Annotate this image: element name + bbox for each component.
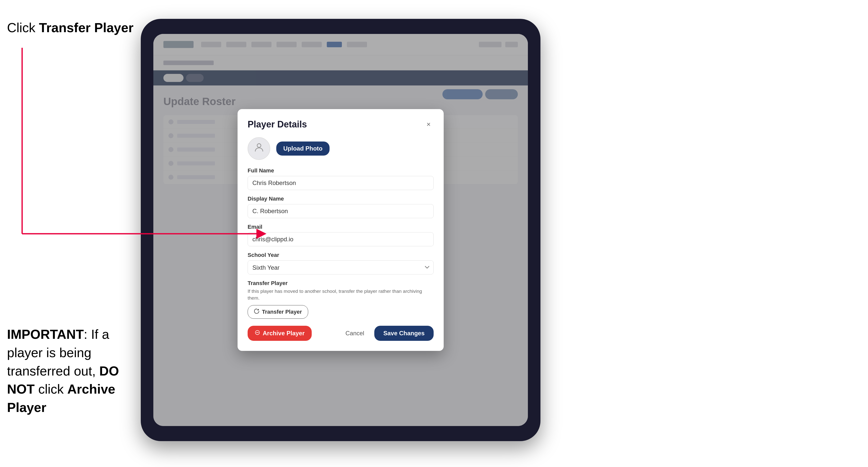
modal-header: Player Details × [248, 119, 434, 130]
school-year-select[interactable]: First Year Second Year Third Year Fourth… [248, 260, 434, 275]
avatar [248, 137, 270, 160]
instruction-highlight: Transfer Player [39, 20, 133, 35]
instruction-top: Click Transfer Player [7, 20, 133, 35]
transfer-button-label: Transfer Player [262, 309, 302, 315]
email-field: Email [248, 224, 434, 246]
modal-title: Player Details [248, 119, 307, 130]
display-name-field: Display Name [248, 195, 434, 218]
photo-upload-row: Upload Photo [248, 137, 434, 160]
transfer-player-section: Transfer Player If this player has moved… [248, 280, 434, 318]
display-name-label: Display Name [248, 195, 434, 202]
avatar-icon [253, 142, 265, 155]
transfer-player-button[interactable]: Transfer Player [248, 305, 308, 319]
svg-point-3 [257, 144, 261, 148]
modal-footer: Archive Player Cancel Save Changes [248, 326, 434, 341]
email-label: Email [248, 224, 434, 230]
transfer-icon [254, 308, 259, 315]
school-year-field: School Year First Year Second Year Third… [248, 252, 434, 275]
full-name-input[interactable] [248, 176, 434, 190]
cancel-button[interactable]: Cancel [340, 326, 369, 341]
archive-button-label: Archive Player [263, 330, 305, 337]
archive-player-button[interactable]: Archive Player [248, 326, 312, 341]
tablet-screen: Update Roster [153, 34, 528, 426]
modal-overlay: Player Details × Upload Photo [153, 34, 528, 426]
display-name-input[interactable] [248, 204, 434, 218]
full-name-label: Full Name [248, 167, 434, 174]
player-details-modal: Player Details × Upload Photo [238, 109, 444, 351]
instruction-prefix: Click [7, 20, 39, 35]
transfer-section-label: Transfer Player [248, 280, 434, 286]
archive-icon [255, 330, 260, 337]
tablet-device: Update Roster [141, 19, 540, 441]
school-year-label: School Year [248, 252, 434, 258]
important-label: IMPORTANT [7, 327, 84, 342]
full-name-field: Full Name [248, 167, 434, 190]
modal-close-button[interactable]: × [424, 119, 434, 129]
transfer-section-description: If this player has moved to another scho… [248, 288, 434, 301]
save-changes-button[interactable]: Save Changes [374, 326, 434, 341]
instruction-bottom: IMPORTANT: If a player is being transfer… [7, 325, 138, 417]
email-input[interactable] [248, 232, 434, 246]
instruction-text2: click [35, 382, 67, 396]
upload-photo-button[interactable]: Upload Photo [276, 142, 330, 156]
